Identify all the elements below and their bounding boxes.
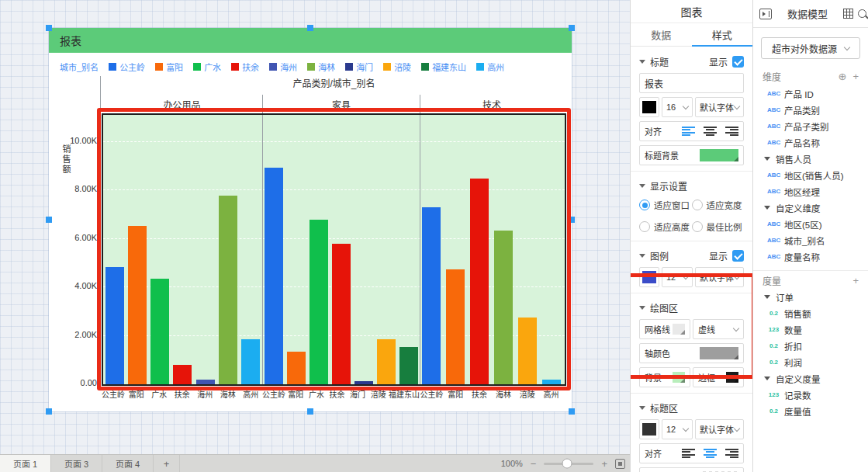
selection-handle[interactable] bbox=[569, 408, 575, 415]
plot-area[interactable] bbox=[102, 113, 566, 386]
title-font-family-select[interactable]: 默认字体 bbox=[695, 97, 744, 117]
zoom-slider-thumb[interactable] bbox=[562, 459, 572, 469]
align-left-icon[interactable] bbox=[682, 449, 695, 459]
page-tab-页面 1[interactable]: 页面 1 bbox=[0, 455, 51, 472]
field-度量名称[interactable]: ABC度量名称 bbox=[753, 248, 868, 265]
header-font-color-picker[interactable] bbox=[639, 419, 659, 439]
align-center-icon[interactable] bbox=[704, 127, 717, 137]
legend-item[interactable]: 福建东山 bbox=[421, 61, 466, 73]
bar-海林[interactable] bbox=[494, 231, 513, 384]
bar-扶余[interactable] bbox=[470, 179, 489, 384]
bar-涪陵[interactable] bbox=[518, 318, 537, 384]
field-地区(销售人员)[interactable]: ABC地区(销售人员) bbox=[753, 167, 868, 183]
legend-item[interactable]: 涪陵 bbox=[383, 61, 411, 73]
align-right-icon[interactable] bbox=[725, 127, 738, 137]
add-measure-icon[interactable]: + bbox=[852, 275, 859, 286]
chevron-down-icon[interactable] bbox=[639, 60, 645, 64]
field-产品名称[interactable]: ABC产品名称 bbox=[753, 134, 868, 151]
bar-公主岭[interactable] bbox=[265, 168, 283, 384]
legend-item[interactable]: 广水 bbox=[193, 61, 221, 73]
plot-bg-swatch[interactable] bbox=[673, 372, 685, 383]
header-font-size-select[interactable]: 12 bbox=[662, 419, 693, 439]
bar-广水[interactable] bbox=[150, 279, 169, 384]
gridline-color-swatch[interactable] bbox=[673, 324, 685, 335]
fit-screen-icon[interactable] bbox=[615, 459, 625, 469]
title-bg-control[interactable]: 标题背景 bbox=[639, 145, 744, 165]
legend-show-checkbox[interactable] bbox=[732, 250, 744, 262]
selection-handle[interactable] bbox=[46, 217, 52, 223]
chevron-down-icon[interactable] bbox=[764, 157, 770, 161]
field-度量值[interactable]: 0.2度量值 bbox=[753, 403, 868, 419]
field-地区经理[interactable]: ABC地区经理 bbox=[753, 183, 868, 200]
title-bg-swatch[interactable] bbox=[700, 149, 738, 161]
zoom-in-button[interactable]: + bbox=[601, 458, 607, 470]
bar-海林[interactable] bbox=[219, 196, 237, 384]
legend-item[interactable]: 公主岭 bbox=[109, 61, 145, 73]
selection-handle[interactable] bbox=[46, 408, 52, 415]
field-销售额[interactable]: 0.2销售额 bbox=[753, 305, 868, 321]
radio-适应宽度[interactable]: 适应宽度 bbox=[692, 199, 745, 211]
selection-handle[interactable] bbox=[307, 25, 313, 31]
align-center-icon[interactable] bbox=[704, 449, 717, 459]
bar-扶余[interactable] bbox=[332, 244, 351, 384]
legend-item[interactable]: 海州 bbox=[269, 61, 297, 73]
legend-item[interactable]: 海林 bbox=[307, 61, 335, 73]
chevron-down-icon[interactable] bbox=[639, 406, 645, 410]
legend-font-size-select[interactable]: 12 bbox=[662, 267, 693, 287]
globe-icon[interactable]: ⊕ bbox=[839, 71, 847, 82]
gridline-style-select[interactable]: 虚线 bbox=[693, 319, 744, 339]
bar-富阳[interactable] bbox=[446, 269, 465, 384]
selection-handle[interactable] bbox=[307, 408, 313, 415]
field-group-订单[interactable]: 订单 bbox=[753, 289, 868, 305]
gridline-color-control[interactable]: 网格线 bbox=[639, 319, 690, 339]
dashboard-canvas[interactable]: 报表 城市_别名 公主岭富阳广水扶余海州海林海门涪陵福建东山高州 产品类别/城市… bbox=[0, 0, 630, 454]
axis-color-control[interactable]: 轴颜色 bbox=[639, 343, 744, 363]
align-left-icon[interactable] bbox=[682, 127, 695, 137]
header-bg-control[interactable]: 背景 bbox=[639, 467, 744, 472]
legend-item[interactable]: 高州 bbox=[476, 61, 504, 73]
search-icon[interactable] bbox=[858, 9, 866, 18]
bar-广水[interactable] bbox=[310, 220, 328, 384]
selection-handle[interactable] bbox=[569, 217, 575, 223]
chevron-down-icon[interactable] bbox=[764, 206, 770, 210]
chevron-down-icon[interactable] bbox=[764, 295, 770, 299]
legend-item[interactable]: 扶余 bbox=[231, 61, 259, 73]
align-right-icon[interactable] bbox=[725, 449, 738, 459]
bar-海门[interactable] bbox=[354, 381, 373, 384]
bar-高州[interactable] bbox=[542, 380, 561, 384]
title-show-checkbox[interactable] bbox=[732, 56, 744, 68]
plot-bg-control[interactable]: 背景 bbox=[639, 367, 690, 387]
bar-福建东山[interactable] bbox=[399, 347, 418, 384]
radio-最佳比例[interactable]: 最佳比例 bbox=[692, 220, 745, 233]
selection-handle[interactable] bbox=[46, 25, 52, 31]
page-tab-页面 3[interactable]: 页面 3 bbox=[51, 455, 102, 472]
title-font-size-select[interactable]: 16 bbox=[662, 97, 693, 117]
chevron-down-icon[interactable] bbox=[764, 377, 770, 380]
bar-高州[interactable] bbox=[241, 339, 260, 384]
tab-style[interactable]: 样式 bbox=[692, 23, 753, 46]
field-记录数[interactable]: 123记录数 bbox=[753, 387, 868, 403]
zoom-out-button[interactable]: − bbox=[531, 458, 537, 470]
datasource-select[interactable]: 超市对外数据源 bbox=[761, 37, 860, 59]
legend-item[interactable]: 富阳 bbox=[155, 61, 183, 73]
plot-border-control[interactable]: 边框 bbox=[693, 367, 744, 387]
bar-涪陵[interactable] bbox=[377, 339, 396, 384]
title-text-input[interactable]: 报表 bbox=[639, 73, 744, 93]
legend-item[interactable]: 海门 bbox=[345, 61, 373, 73]
legend-font-family-select[interactable]: 默认字体 bbox=[695, 267, 744, 287]
selection-handle[interactable] bbox=[569, 25, 575, 31]
header-font-family-select[interactable]: 默认字体 bbox=[695, 419, 744, 439]
bar-海州[interactable] bbox=[196, 380, 215, 384]
field-数量[interactable]: 123数量 bbox=[753, 321, 868, 338]
field-group-销售人员[interactable]: 销售人员 bbox=[753, 151, 868, 167]
field-城市_别名[interactable]: ABC城市_别名 bbox=[753, 232, 868, 248]
chevron-down-icon[interactable] bbox=[639, 306, 645, 310]
tab-data[interactable]: 数据 bbox=[631, 23, 692, 46]
field-group-自定义度量[interactable]: 自定义度量 bbox=[753, 370, 868, 387]
collapse-panel-icon[interactable] bbox=[759, 9, 772, 19]
page-tab-页面 4[interactable]: 页面 4 bbox=[102, 455, 154, 472]
field-利润[interactable]: 0.2利润 bbox=[753, 354, 868, 370]
field-产品 ID[interactable]: ABC产品 ID bbox=[753, 85, 868, 102]
add-page-button[interactable]: + bbox=[154, 455, 180, 472]
zoom-slider[interactable] bbox=[544, 463, 593, 465]
